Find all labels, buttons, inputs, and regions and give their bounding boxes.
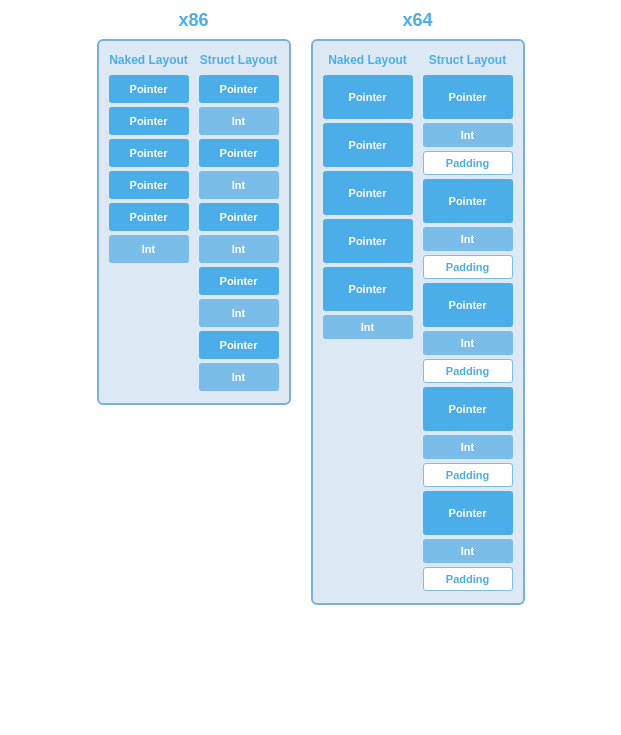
- x64-box: Naked Layout Pointer Pointer Pointer Poi…: [311, 39, 525, 605]
- list-item: Int: [323, 315, 413, 339]
- list-item: Pointer: [109, 107, 189, 135]
- x64-struct-header: Struct Layout: [429, 53, 506, 67]
- x86-naked-header: Naked Layout: [109, 53, 188, 67]
- list-item: Pointer: [109, 139, 189, 167]
- list-item: Int: [199, 235, 279, 263]
- list-item: Int: [423, 435, 513, 459]
- x86-struct-header: Struct Layout: [200, 53, 277, 67]
- list-item: Pointer: [323, 123, 413, 167]
- x64-title: x64: [402, 10, 432, 31]
- list-item: Int: [423, 123, 513, 147]
- list-item: Pointer: [199, 331, 279, 359]
- list-item: Pointer: [199, 203, 279, 231]
- list-item: Padding: [423, 567, 513, 591]
- list-item: Padding: [423, 151, 513, 175]
- x86-section: x86 Naked Layout Pointer Pointer Pointer…: [97, 10, 291, 405]
- x64-struct-column: Struct Layout Pointer Int Padding Pointe…: [423, 53, 513, 591]
- list-item: Padding: [423, 463, 513, 487]
- list-item: Pointer: [199, 139, 279, 167]
- list-item: Pointer: [423, 387, 513, 431]
- x86-title: x86: [178, 10, 208, 31]
- page-container: x86 Naked Layout Pointer Pointer Pointer…: [10, 10, 611, 605]
- list-item: Padding: [423, 359, 513, 383]
- list-item: Pointer: [423, 491, 513, 535]
- list-item: Int: [199, 299, 279, 327]
- x64-section: x64 Naked Layout Pointer Pointer Pointer…: [311, 10, 525, 605]
- list-item: Int: [423, 331, 513, 355]
- x86-struct-column: Struct Layout Pointer Int Pointer Int Po…: [199, 53, 279, 391]
- list-item: Int: [199, 171, 279, 199]
- list-item: Pointer: [323, 267, 413, 311]
- list-item: Pointer: [109, 203, 189, 231]
- list-item: Padding: [423, 255, 513, 279]
- x64-naked-header: Naked Layout: [328, 53, 407, 67]
- list-item: Int: [423, 227, 513, 251]
- list-item: Int: [423, 539, 513, 563]
- list-item: Pointer: [423, 283, 513, 327]
- list-item: Pointer: [199, 75, 279, 103]
- list-item: Pointer: [109, 75, 189, 103]
- list-item: Pointer: [423, 75, 513, 119]
- list-item: Int: [109, 235, 189, 263]
- list-item: Pointer: [423, 179, 513, 223]
- list-item: Int: [199, 107, 279, 135]
- list-item: Pointer: [109, 171, 189, 199]
- list-item: Pointer: [323, 219, 413, 263]
- list-item: Pointer: [323, 75, 413, 119]
- x86-naked-column: Naked Layout Pointer Pointer Pointer Poi…: [109, 53, 189, 391]
- list-item: Int: [199, 363, 279, 391]
- list-item: Pointer: [199, 267, 279, 295]
- list-item: Pointer: [323, 171, 413, 215]
- x64-naked-column: Naked Layout Pointer Pointer Pointer Poi…: [323, 53, 413, 591]
- x86-box: Naked Layout Pointer Pointer Pointer Poi…: [97, 39, 291, 405]
